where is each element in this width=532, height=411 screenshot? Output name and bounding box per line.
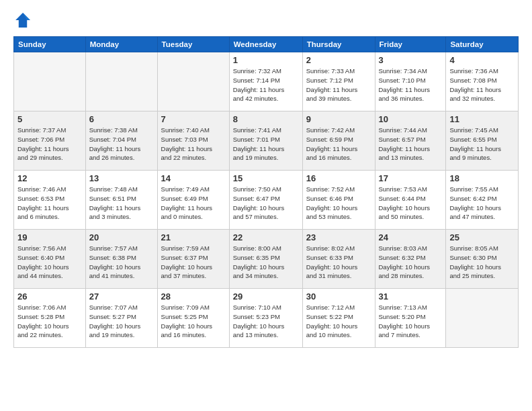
page: SundayMondayTuesdayWednesdayThursdayFrid… bbox=[0, 0, 532, 411]
day-info: Sunrise: 7:50 AM Sunset: 6:47 PM Dayligh… bbox=[233, 185, 299, 222]
calendar-cell: 13Sunrise: 7:48 AM Sunset: 6:51 PM Dayli… bbox=[85, 171, 157, 230]
calendar-cell: 5Sunrise: 7:37 AM Sunset: 7:06 PM Daylig… bbox=[14, 111, 86, 171]
calendar-week-row: 12Sunrise: 7:46 AM Sunset: 6:53 PM Dayli… bbox=[14, 171, 519, 230]
calendar-cell: 24Sunrise: 8:03 AM Sunset: 6:32 PM Dayli… bbox=[375, 230, 446, 289]
weekday-header-saturday: Saturday bbox=[446, 37, 519, 52]
day-number: 7 bbox=[161, 114, 226, 124]
day-number: 9 bbox=[306, 114, 371, 124]
day-info: Sunrise: 7:45 AM Sunset: 6:55 PM Dayligh… bbox=[449, 126, 515, 163]
calendar-cell: 4Sunrise: 7:36 AM Sunset: 7:08 PM Daylig… bbox=[446, 52, 519, 111]
calendar-cell: 29Sunrise: 7:10 AM Sunset: 5:23 PM Dayli… bbox=[229, 289, 302, 348]
day-number: 17 bbox=[379, 173, 443, 183]
calendar-cell: 25Sunrise: 8:05 AM Sunset: 6:30 PM Dayli… bbox=[446, 230, 519, 289]
day-info: Sunrise: 7:46 AM Sunset: 6:53 PM Dayligh… bbox=[17, 185, 82, 222]
calendar-cell: 3Sunrise: 7:34 AM Sunset: 7:10 PM Daylig… bbox=[375, 52, 446, 111]
day-info: Sunrise: 7:56 AM Sunset: 6:40 PM Dayligh… bbox=[17, 244, 82, 281]
day-number: 10 bbox=[379, 114, 443, 124]
header bbox=[13, 11, 519, 30]
day-number: 20 bbox=[89, 232, 154, 242]
calendar-cell: 11Sunrise: 7:45 AM Sunset: 6:55 PM Dayli… bbox=[446, 111, 519, 171]
calendar-cell: 6Sunrise: 7:38 AM Sunset: 7:04 PM Daylig… bbox=[85, 111, 157, 171]
calendar-week-row: 5Sunrise: 7:37 AM Sunset: 7:06 PM Daylig… bbox=[14, 111, 519, 171]
day-number: 28 bbox=[161, 291, 226, 302]
day-info: Sunrise: 7:42 AM Sunset: 6:59 PM Dayligh… bbox=[306, 126, 371, 163]
day-info: Sunrise: 7:10 AM Sunset: 5:23 PM Dayligh… bbox=[233, 303, 299, 340]
calendar-cell: 10Sunrise: 7:44 AM Sunset: 6:57 PM Dayli… bbox=[375, 111, 446, 171]
day-number: 22 bbox=[233, 232, 299, 242]
day-number: 19 bbox=[17, 232, 82, 242]
day-info: Sunrise: 7:32 AM Sunset: 7:14 PM Dayligh… bbox=[233, 66, 299, 103]
day-info: Sunrise: 7:12 AM Sunset: 5:22 PM Dayligh… bbox=[306, 303, 371, 340]
calendar-cell bbox=[14, 52, 86, 111]
day-number: 4 bbox=[449, 55, 515, 65]
day-info: Sunrise: 7:09 AM Sunset: 5:25 PM Dayligh… bbox=[161, 303, 226, 340]
weekday-header-row: SundayMondayTuesdayWednesdayThursdayFrid… bbox=[14, 37, 519, 52]
day-number: 12 bbox=[17, 173, 82, 183]
calendar-cell: 19Sunrise: 7:56 AM Sunset: 6:40 PM Dayli… bbox=[14, 230, 86, 289]
day-number: 31 bbox=[379, 291, 443, 302]
day-info: Sunrise: 8:02 AM Sunset: 6:33 PM Dayligh… bbox=[306, 244, 371, 281]
day-number: 23 bbox=[306, 232, 371, 242]
day-info: Sunrise: 7:55 AM Sunset: 6:42 PM Dayligh… bbox=[449, 185, 515, 222]
day-number: 3 bbox=[379, 55, 443, 65]
calendar-cell: 18Sunrise: 7:55 AM Sunset: 6:42 PM Dayli… bbox=[446, 171, 519, 230]
day-info: Sunrise: 7:34 AM Sunset: 7:10 PM Dayligh… bbox=[379, 66, 443, 103]
calendar-week-row: 19Sunrise: 7:56 AM Sunset: 6:40 PM Dayli… bbox=[14, 230, 519, 289]
calendar-cell: 27Sunrise: 7:07 AM Sunset: 5:27 PM Dayli… bbox=[85, 289, 157, 348]
day-number: 5 bbox=[17, 114, 82, 124]
day-info: Sunrise: 7:07 AM Sunset: 5:27 PM Dayligh… bbox=[89, 303, 154, 340]
calendar-cell bbox=[85, 52, 157, 111]
day-info: Sunrise: 7:57 AM Sunset: 6:38 PM Dayligh… bbox=[89, 244, 154, 281]
calendar-table: SundayMondayTuesdayWednesdayThursdayFrid… bbox=[13, 36, 519, 348]
day-number: 27 bbox=[89, 291, 154, 302]
weekday-header-wednesday: Wednesday bbox=[229, 37, 302, 52]
day-number: 2 bbox=[306, 55, 371, 65]
day-info: Sunrise: 7:59 AM Sunset: 6:37 PM Dayligh… bbox=[161, 244, 226, 281]
day-info: Sunrise: 7:44 AM Sunset: 6:57 PM Dayligh… bbox=[379, 126, 443, 163]
calendar-cell: 7Sunrise: 7:40 AM Sunset: 7:03 PM Daylig… bbox=[157, 111, 229, 171]
calendar-cell bbox=[157, 52, 229, 111]
day-number: 14 bbox=[161, 173, 226, 183]
day-number: 30 bbox=[306, 291, 371, 302]
day-info: Sunrise: 7:13 AM Sunset: 5:20 PM Dayligh… bbox=[379, 303, 443, 340]
logo bbox=[13, 11, 35, 30]
day-number: 21 bbox=[161, 232, 226, 242]
calendar-cell: 1Sunrise: 7:32 AM Sunset: 7:14 PM Daylig… bbox=[229, 52, 302, 111]
weekday-header-sunday: Sunday bbox=[14, 37, 86, 52]
calendar-cell: 26Sunrise: 7:06 AM Sunset: 5:28 PM Dayli… bbox=[14, 289, 86, 348]
calendar-cell: 28Sunrise: 7:09 AM Sunset: 5:25 PM Dayli… bbox=[157, 289, 229, 348]
calendar-cell: 20Sunrise: 7:57 AM Sunset: 6:38 PM Dayli… bbox=[85, 230, 157, 289]
calendar-cell: 15Sunrise: 7:50 AM Sunset: 6:47 PM Dayli… bbox=[229, 171, 302, 230]
weekday-header-thursday: Thursday bbox=[302, 37, 375, 52]
calendar-week-row: 26Sunrise: 7:06 AM Sunset: 5:28 PM Dayli… bbox=[14, 289, 519, 348]
day-info: Sunrise: 7:48 AM Sunset: 6:51 PM Dayligh… bbox=[89, 185, 154, 222]
calendar-cell: 9Sunrise: 7:42 AM Sunset: 6:59 PM Daylig… bbox=[302, 111, 375, 171]
calendar-cell: 30Sunrise: 7:12 AM Sunset: 5:22 PM Dayli… bbox=[302, 289, 375, 348]
day-info: Sunrise: 7:06 AM Sunset: 5:28 PM Dayligh… bbox=[17, 303, 82, 340]
day-number: 6 bbox=[89, 114, 154, 124]
day-number: 29 bbox=[233, 291, 299, 302]
day-info: Sunrise: 7:40 AM Sunset: 7:03 PM Dayligh… bbox=[161, 126, 226, 163]
day-info: Sunrise: 7:33 AM Sunset: 7:12 PM Dayligh… bbox=[306, 66, 371, 103]
day-number: 15 bbox=[233, 173, 299, 183]
calendar-cell: 16Sunrise: 7:52 AM Sunset: 6:46 PM Dayli… bbox=[302, 171, 375, 230]
day-info: Sunrise: 7:52 AM Sunset: 6:46 PM Dayligh… bbox=[306, 185, 371, 222]
day-info: Sunrise: 7:37 AM Sunset: 7:06 PM Dayligh… bbox=[17, 126, 82, 163]
calendar-cell: 31Sunrise: 7:13 AM Sunset: 5:20 PM Dayli… bbox=[375, 289, 446, 348]
day-number: 13 bbox=[89, 173, 154, 183]
day-info: Sunrise: 7:53 AM Sunset: 6:44 PM Dayligh… bbox=[379, 185, 443, 222]
calendar-cell: 12Sunrise: 7:46 AM Sunset: 6:53 PM Dayli… bbox=[14, 171, 86, 230]
calendar-week-row: 1Sunrise: 7:32 AM Sunset: 7:14 PM Daylig… bbox=[14, 52, 519, 111]
day-info: Sunrise: 7:36 AM Sunset: 7:08 PM Dayligh… bbox=[449, 66, 515, 103]
calendar-cell: 2Sunrise: 7:33 AM Sunset: 7:12 PM Daylig… bbox=[302, 52, 375, 111]
calendar-cell: 17Sunrise: 7:53 AM Sunset: 6:44 PM Dayli… bbox=[375, 171, 446, 230]
day-number: 18 bbox=[449, 173, 515, 183]
calendar-cell: 22Sunrise: 8:00 AM Sunset: 6:35 PM Dayli… bbox=[229, 230, 302, 289]
weekday-header-friday: Friday bbox=[375, 37, 446, 52]
day-info: Sunrise: 8:03 AM Sunset: 6:32 PM Dayligh… bbox=[379, 244, 443, 281]
day-number: 8 bbox=[233, 114, 299, 124]
day-number: 16 bbox=[306, 173, 371, 183]
calendar-cell: 23Sunrise: 8:02 AM Sunset: 6:33 PM Dayli… bbox=[302, 230, 375, 289]
weekday-header-monday: Monday bbox=[85, 37, 157, 52]
calendar-cell bbox=[446, 289, 519, 348]
